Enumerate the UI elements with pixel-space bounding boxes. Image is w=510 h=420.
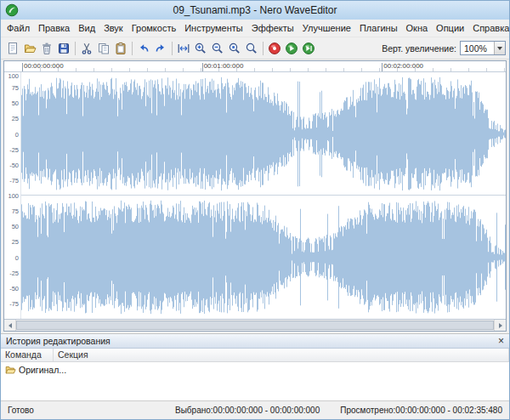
history-panel-header: История редактирования × [1,334,509,349]
scroll-right-icon [499,323,502,328]
window-title: 09_Tsunami.mp3 - Nero WaveEditor [173,4,337,16]
play-icon [285,42,298,55]
axis-label: 25 [12,115,19,122]
app-icon[interactable] [5,3,19,17]
zoom-region-button[interactable] [226,40,243,57]
chevron-down-icon [497,47,502,50]
play-all-icon [302,42,315,55]
play-button[interactable] [283,40,300,57]
history-column-header: Команда [1,349,54,361]
axis-label: 100 [8,72,19,80]
time-ruler[interactable]: 00:00:00:00000:01:00:00000:02:00:000 [4,61,506,72]
menu-item-11[interactable]: Справка [468,21,510,35]
vertical-zoom-label: Верт. увеличение: [382,43,456,54]
new-file-button[interactable] [4,40,21,57]
zoom-out-icon [211,42,224,55]
ruler-tick [382,63,382,71]
menu-item-2[interactable]: Вид [74,21,99,35]
scroll-right-button[interactable] [494,320,506,331]
toolbar-separator [172,42,173,55]
redo-button[interactable] [152,40,169,57]
menu-item-7[interactable]: Улучшение [298,21,355,35]
copy-icon [97,42,110,55]
title-bar[interactable]: 09_Tsunami.mp3 - Nero WaveEditor [1,1,509,20]
menu-item-3[interactable]: Звук [99,21,128,35]
axis-label: -50 [9,161,19,168]
status-viewed: Просмотрено:00:00:00:000 - 00:02:35:480 [340,406,502,415]
history-panel: История редактирования × КомандаСекция О… [1,333,509,400]
undo-button[interactable] [135,40,152,57]
waveform-area[interactable] [21,72,506,319]
menu-item-6[interactable]: Эффекты [247,21,298,35]
menu-item-8[interactable]: Плагины [355,21,402,35]
axis-label: 25 [12,238,19,246]
vertical-zoom-group: Верт. увеличение: 100% [382,41,506,55]
toolbar-separator [132,42,133,55]
zoom-all-icon [245,42,258,55]
wave-body: 1007550250-25-50-751007550250-25-50-75 [4,72,506,319]
axis-label: 50 [12,99,19,107]
waveform-canvas[interactable] [21,72,506,319]
play-all-button[interactable] [300,40,317,57]
save-button[interactable] [55,40,72,57]
zoom-in-button[interactable] [192,40,209,57]
history-row-label: Оригинал... [19,365,66,375]
combo-button[interactable] [494,42,505,54]
floppy-icon [57,42,71,55]
copy-button[interactable] [95,40,112,57]
paste-button[interactable] [112,40,129,57]
page-icon [6,42,20,55]
status-bar: Готово Выбрано:00:00:00:000 - 00:00:00:0… [1,400,509,419]
close-icon[interactable]: × [498,336,504,346]
vertical-zoom-value: 100% [464,43,487,54]
toolbar-separator [263,42,264,55]
redo-icon [154,42,167,55]
ruler-scale: 00:00:00:00000:01:00:00000:02:00:000 [22,61,506,71]
history-panel-title: История редактирования [6,336,110,346]
toolbar-separator [75,42,76,55]
menu-item-10[interactable]: Опции [432,21,468,35]
toolbar: Верт. увеличение: 100% [1,37,509,60]
menu-item-0[interactable]: Файл [3,21,34,35]
menu-item-1[interactable]: Правка [34,21,74,35]
ruler-timestamp: 00:00:00:000 [24,62,64,70]
amplitude-axis: 1007550250-25-50-751007550250-25-50-75 [4,72,21,319]
axis-label: 0 [15,253,19,261]
record-button[interactable] [266,40,283,57]
zoom-in-icon [194,42,207,55]
axis-label: -50 [9,284,19,292]
axis-label: 0 [15,130,19,138]
menu-item-9[interactable]: Окна [402,21,433,35]
axis-label: -25 [9,269,19,276]
ruler-timestamp: 00:02:00:000 [383,62,423,70]
axis-label: 100 [8,192,19,200]
ruler-timestamp: 00:01:00:000 [204,62,244,70]
vertical-zoom-select[interactable]: 100% [460,41,506,55]
horizontal-scrollbar[interactable] [4,319,506,331]
folder-icon [4,364,16,376]
fit-width-icon [177,42,190,55]
history-columns: КомандаСекция [1,349,509,362]
ruler-tick [202,63,203,71]
menu-item-5[interactable]: Инструменты [180,21,247,35]
history-row[interactable]: Оригинал... [1,362,509,377]
zoom-to-selection-button[interactable] [175,40,192,57]
zoom-sel-icon [228,42,241,55]
scroll-left-icon [8,323,12,328]
history-column-header: Секция [54,349,509,361]
axis-label: -25 [9,145,19,153]
ruler-tick [22,63,23,71]
app-window: 09_Tsunami.mp3 - Nero WaveEditor ФайлПра… [0,0,510,420]
scroll-left-button[interactable] [4,320,16,331]
open-file-button[interactable] [21,40,38,57]
menu-item-4[interactable]: Громкость [128,21,180,35]
delete-button[interactable] [38,40,55,57]
scrollbar-thumb[interactable] [16,321,494,330]
axis-label: -75 [9,299,19,307]
scissors-icon [80,42,94,55]
undo-icon [137,42,150,55]
zoom-full-button[interactable] [243,40,260,57]
zoom-out-button[interactable] [209,40,226,57]
cut-button[interactable] [78,40,95,57]
waveform-view: 00:00:00:00000:01:00:00000:02:00:000 100… [3,60,507,332]
